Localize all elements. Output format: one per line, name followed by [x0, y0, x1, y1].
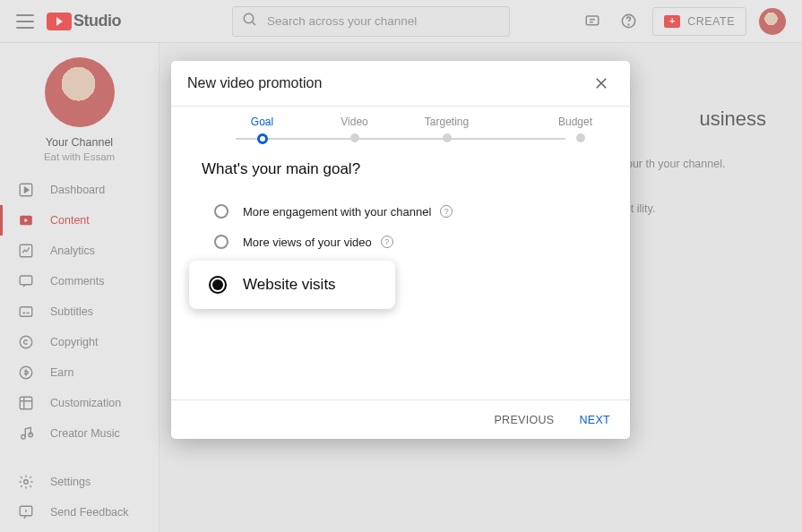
sidebar-item-label: Copyright [50, 336, 99, 348]
sidebar-item-copyright[interactable]: Copyright [0, 327, 159, 357]
search-input[interactable] [267, 14, 500, 28]
subtitles-icon [18, 304, 34, 320]
create-button[interactable]: + CREATE [652, 7, 746, 36]
sidebar-item-label: Subtitles [50, 305, 93, 318]
svg-point-4 [628, 24, 629, 25]
goal-option-engagement[interactable]: More engagement with your channel ? [202, 196, 599, 227]
sidebar-item-label: Settings [50, 476, 91, 488]
sidebar-item-label: Content [50, 214, 90, 227]
help-tooltip-icon[interactable]: ? [381, 236, 393, 248]
create-video-icon: + [664, 15, 680, 28]
channel-name: Your Channel [46, 136, 113, 149]
modal-header: New video promotion [171, 61, 630, 106]
sidebar-item-label: Customization [50, 397, 121, 409]
radio-selected-icon [209, 276, 227, 294]
sidebar-item-earn[interactable]: Earn [0, 357, 159, 388]
sidebar-item-label: Analytics [50, 245, 95, 257]
svg-point-0 [244, 13, 254, 23]
svg-point-17 [24, 480, 29, 485]
sidebar-item-comments[interactable]: Comments [0, 266, 159, 296]
channel-handle: Eat with Essam [44, 151, 115, 162]
sidebar-item-label: Creator Music [50, 427, 120, 440]
previous-button[interactable]: PREVIOUS [492, 410, 556, 430]
create-button-label: CREATE [687, 15, 735, 28]
svg-rect-11 [20, 307, 32, 317]
chat-help-icon[interactable] [581, 10, 604, 33]
youtube-logo-icon [47, 13, 72, 30]
svg-marker-6 [25, 187, 30, 193]
analytics-icon [18, 243, 34, 259]
sidebar-item-label: Dashboard [50, 184, 105, 196]
svg-line-1 [252, 21, 255, 25]
step-dot-icon [443, 133, 452, 142]
feedback-icon [18, 504, 34, 520]
sidebar-item-content[interactable]: Content [0, 205, 159, 236]
step-label: Budget [558, 116, 592, 128]
account-avatar[interactable] [759, 8, 786, 35]
help-tooltip-icon[interactable]: ? [440, 205, 453, 218]
music-icon [18, 425, 34, 442]
search-icon [242, 12, 258, 31]
youtube-studio-logo[interactable]: Studio [47, 12, 121, 30]
copyright-icon [18, 334, 34, 350]
channel-info[interactable]: Your Channel Eat with Essam [0, 43, 159, 175]
sidebar-item-label: Earn [50, 366, 73, 379]
goal-option-label: Website visits [243, 276, 336, 294]
sidebar-item-customization[interactable]: Customization [0, 388, 159, 418]
step-dot-icon [350, 133, 359, 142]
sidebar-item-settings[interactable]: Settings [0, 467, 159, 497]
content-icon [18, 212, 34, 228]
sidebar: Your Channel Eat with Essam Dashboard Co… [0, 43, 160, 532]
sidebar-item-dashboard[interactable]: Dashboard [0, 175, 159, 205]
customization-icon [18, 395, 34, 411]
svg-point-12 [20, 336, 32, 348]
goal-option-label: More views of your video [243, 236, 372, 249]
radio-icon [214, 235, 229, 249]
svg-rect-14 [20, 397, 32, 409]
sidebar-item-subtitles[interactable]: Subtitles [0, 296, 159, 327]
sidebar-item-creator-music[interactable]: Creator Music [0, 418, 159, 449]
comments-icon [18, 273, 34, 289]
sidebar-item-label: Send Feedback [50, 506, 129, 519]
dashboard-icon [18, 182, 34, 198]
logo-text: Studio [73, 12, 121, 30]
promotion-modal: New video promotion Goal Video Targeting… [171, 61, 630, 439]
goal-option-views[interactable]: More views of your video ? [202, 227, 599, 257]
close-button[interactable] [589, 71, 614, 96]
earn-icon [18, 365, 34, 381]
step-label: Targeting [425, 116, 469, 128]
modal-title: New video promotion [187, 75, 322, 91]
stepper: Goal Video Targeting Budget [171, 107, 630, 144]
sidebar-item-label: Comments [50, 275, 104, 287]
step-dot-icon [257, 133, 268, 144]
step-goal[interactable]: Goal [216, 116, 308, 144]
svg-rect-2 [586, 16, 599, 25]
goal-option-label: More engagement with your channel [243, 205, 431, 219]
gear-icon [18, 474, 34, 490]
sidebar-item-analytics[interactable]: Analytics [0, 236, 159, 266]
hamburger-menu-icon[interactable] [16, 14, 34, 29]
channel-avatar [45, 57, 115, 127]
help-icon[interactable] [617, 10, 640, 33]
svg-rect-10 [20, 276, 32, 285]
modal-body: What's your main goal? More engagement w… [171, 144, 630, 399]
step-label: Video [341, 116, 367, 128]
next-button[interactable]: NEXT [577, 410, 612, 430]
step-label: Goal [251, 116, 273, 128]
radio-icon [214, 204, 229, 219]
search-box[interactable] [232, 6, 510, 37]
goal-heading: What's your main goal? [202, 160, 599, 178]
app-header: Studio + CREATE [0, 0, 802, 43]
background-heading-fragment: usiness [699, 104, 766, 133]
step-dot-icon [576, 133, 585, 142]
modal-footer: PREVIOUS NEXT [171, 399, 630, 439]
goal-option-website-visits[interactable]: Website visits [189, 261, 395, 309]
sidebar-item-feedback[interactable]: Send Feedback [0, 497, 159, 528]
